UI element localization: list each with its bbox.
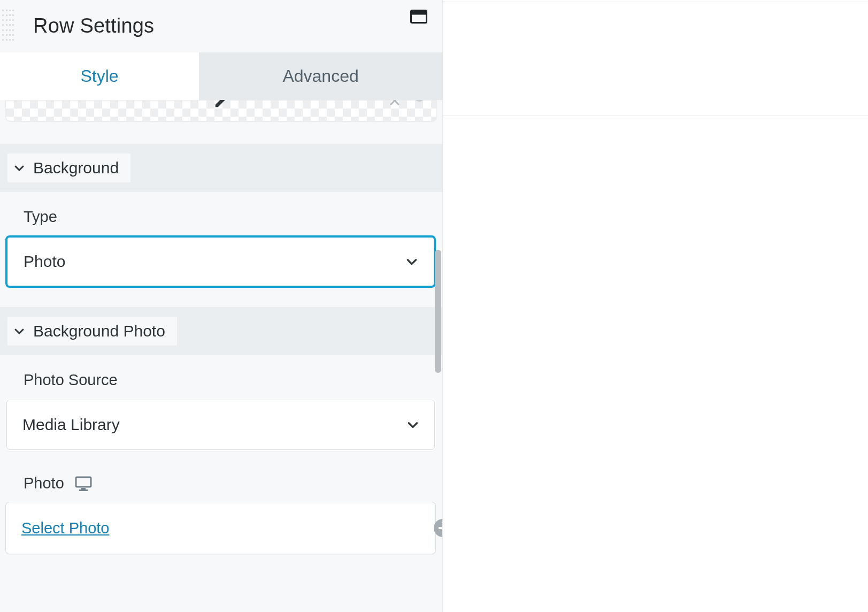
- section-background-photo-content: Photo Source Media Library Photo: [0, 355, 442, 573]
- close-icon[interactable]: [388, 100, 401, 107]
- photo-selector[interactable]: Select Photo: [5, 502, 436, 554]
- svg-rect-4: [79, 489, 88, 491]
- desktop-icon[interactable]: [75, 476, 92, 491]
- panel-header: Row Settings: [0, 0, 442, 52]
- select-background-type[interactable]: Photo: [5, 235, 436, 288]
- svg-rect-2: [76, 477, 91, 487]
- section-title-background: Background: [33, 159, 119, 177]
- section-title-background-photo: Background Photo: [33, 322, 165, 340]
- chevron-down-icon: [13, 162, 26, 174]
- pencil-icon[interactable]: [213, 100, 229, 109]
- select-photo-source-value: Media Library: [22, 416, 120, 434]
- window-mode-icon[interactable]: [410, 10, 427, 24]
- tab-advanced[interactable]: Advanced: [199, 52, 442, 100]
- settings-panel: Row Settings Style Advanced: [0, 0, 443, 612]
- section-header-background[interactable]: Background: [0, 144, 442, 192]
- svg-rect-1: [411, 11, 427, 15]
- select-background-type-value: Photo: [24, 253, 65, 271]
- label-photo: Photo: [24, 475, 436, 492]
- select-photo-link[interactable]: Select Photo: [21, 519, 109, 537]
- section-background-content: Type Photo: [0, 192, 442, 307]
- tabs: Style Advanced: [0, 52, 442, 100]
- color-preview-strip[interactable]: [5, 100, 437, 121]
- label-type: Type: [24, 208, 436, 226]
- section-header-background-photo[interactable]: Background Photo: [0, 307, 442, 355]
- add-photo-icon[interactable]: [434, 519, 442, 537]
- tab-style[interactable]: Style: [0, 52, 199, 100]
- chevron-down-icon: [405, 255, 419, 269]
- label-photo-source: Photo Source: [24, 371, 436, 389]
- panel-title: Row Settings: [33, 14, 154, 37]
- chevron-down-icon: [13, 325, 26, 338]
- panel-body: Background Type Photo Background Photo P…: [0, 100, 442, 612]
- canvas-divider: [443, 116, 868, 116]
- scrollbar[interactable]: [434, 250, 442, 373]
- handle-icon[interactable]: [414, 100, 425, 102]
- select-photo-source[interactable]: Media Library: [5, 399, 436, 451]
- svg-rect-3: [81, 488, 86, 489]
- drag-handle-icon[interactable]: [2, 10, 14, 41]
- label-photo-text: Photo: [24, 475, 64, 492]
- chevron-down-icon: [406, 418, 420, 432]
- scrollbar-thumb[interactable]: [435, 250, 441, 373]
